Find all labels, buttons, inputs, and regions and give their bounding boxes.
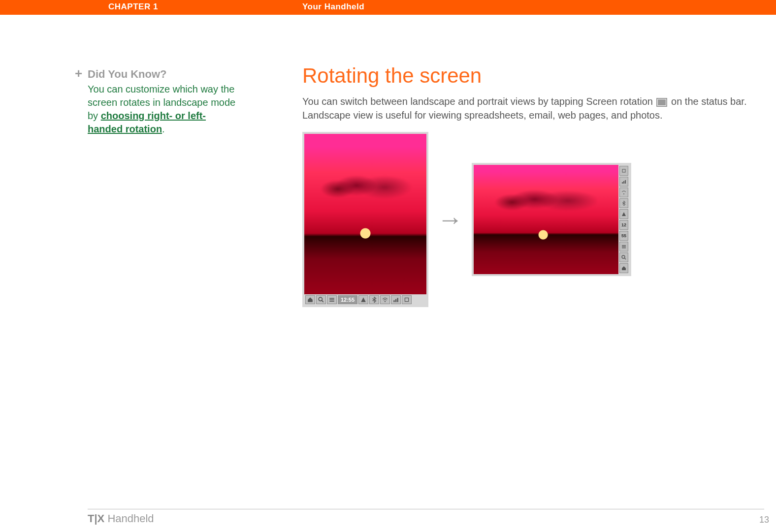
wifi-icon [619,188,628,197]
svg-line-1 [322,300,323,302]
svg-rect-10 [622,169,625,172]
svg-rect-7 [395,299,396,302]
rotation-illustration: 12:55 → 12 55 [302,132,631,307]
svg-rect-13 [625,180,626,184]
bluetooth-icon [369,295,379,304]
did-you-know-box: + Did You Know? You can customize which … [88,68,240,136]
svg-rect-15 [622,245,626,246]
svg-point-5 [385,301,386,302]
alert-icon [619,209,628,219]
svg-rect-17 [622,248,626,248]
landscape-screenshot: 12 55 [472,163,631,276]
sunset-photo-landscape [474,165,618,274]
svg-line-19 [624,258,626,259]
svg-rect-4 [329,301,334,302]
page-header: CHAPTER 1 Your Handheld [0,0,776,15]
svg-rect-12 [623,181,624,184]
svg-rect-8 [397,298,398,302]
svg-rect-11 [622,182,623,184]
rotation-preference-link[interactable]: choosing right- or left-handed rotation [88,110,206,134]
section-title: Your Handheld [302,2,364,12]
svg-point-14 [623,193,624,194]
arrow-right-icon: → [437,205,463,234]
did-you-know-title: Did You Know? [88,68,240,81]
status-bar-portrait: 12:55 [304,294,426,305]
clock-hour: 12 [619,220,628,230]
menu-icon [619,242,628,251]
alert-icon [358,295,368,304]
wifi-icon [380,295,390,304]
status-bar-landscape: 12 55 [618,165,629,274]
dyk-text-post: . [162,124,165,134]
svg-rect-6 [393,300,394,302]
find-icon [316,295,326,304]
home-icon [619,263,628,273]
bluetooth-icon [619,198,628,208]
footer-product: T|X Handheld [88,512,154,525]
signal-icon [391,295,401,304]
product-name-bold: T|X [88,512,104,525]
menu-icon [327,295,337,304]
sunset-photo-portrait [304,134,426,294]
clock-minute: 55 [619,231,628,241]
plus-icon: + [75,67,82,80]
intro-text-a: You can switch between landscape and por… [302,96,655,107]
rotate-icon [619,166,628,176]
page-heading: Rotating the screen [302,64,766,88]
chapter-label: CHAPTER 1 [108,2,158,12]
find-icon [619,252,628,262]
svg-rect-16 [622,247,626,247]
signal-icon [619,177,628,187]
portrait-screenshot: 12:55 [302,132,428,307]
home-icon [305,295,315,304]
svg-rect-3 [329,299,334,300]
did-you-know-body: You can customize which way the screen r… [88,83,240,136]
page-body: + Did You Know? You can customize which … [0,15,776,532]
product-name-rest: Handheld [104,512,154,525]
screen-rotation-icon [656,98,667,107]
page-number: 13 [759,515,769,525]
svg-rect-2 [329,298,334,299]
intro-paragraph: You can switch between landscape and por… [302,94,766,122]
rotate-icon [402,295,412,304]
clock-readout: 12:55 [338,295,357,304]
main-content: Rotating the screen You can switch betwe… [302,64,766,122]
svg-rect-9 [405,298,408,301]
footer-rule [88,509,764,509]
